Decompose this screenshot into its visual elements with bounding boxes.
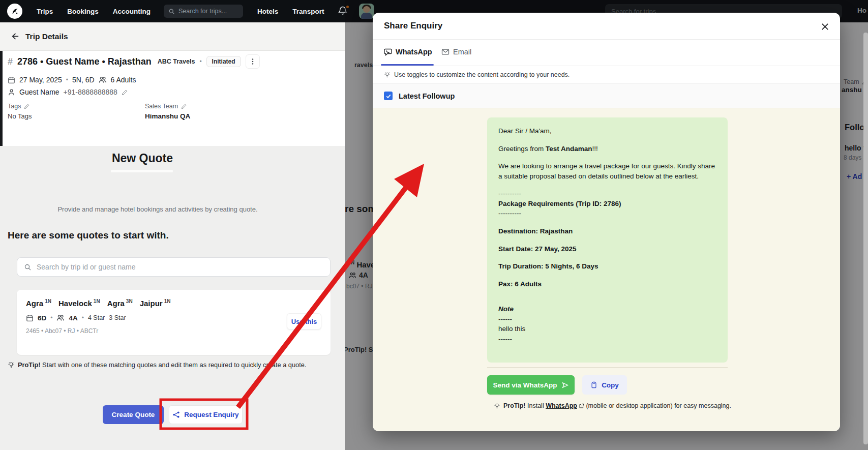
drawer-protip: ProTip! Start with one of these matching… xyxy=(8,361,306,369)
arrow-left-icon xyxy=(10,32,20,41)
tags-value: No Tags xyxy=(8,112,32,120)
search-icon xyxy=(168,8,175,15)
message-line: Dear Sir / Ma'am, xyxy=(498,126,716,136)
screen: ravels • re som N Have 4A bc07 • RJ ProT… xyxy=(0,0,868,450)
protip-pre: Install xyxy=(526,402,546,409)
tab-whatsapp[interactable]: WhatsApp xyxy=(384,48,432,56)
search-icon xyxy=(24,263,32,271)
lightbulb-icon xyxy=(384,72,391,78)
close-icon xyxy=(821,22,829,31)
protip-bold: ProTip! xyxy=(503,402,526,409)
modal-title: Share Enquiry xyxy=(384,21,442,31)
trip-hash: # xyxy=(8,56,13,67)
trip-menu-button[interactable] xyxy=(246,54,260,69)
separator-dot: • xyxy=(66,76,68,83)
trip-title: 2786 • Guest Name • Rajasthan xyxy=(17,56,152,67)
nav-link-accounting[interactable]: Accounting xyxy=(113,8,151,15)
tab-email[interactable]: Email xyxy=(441,48,471,56)
whatsapp-icon xyxy=(384,48,392,56)
trip-duration: 5N, 6D xyxy=(72,76,95,84)
whatsapp-install-link[interactable]: WhatsApp xyxy=(546,402,584,409)
new-quote-caption: Provide and manage hotel bookings and ac… xyxy=(0,205,315,213)
use-this-button[interactable]: Use this xyxy=(287,313,321,329)
guest-row: Guest Name +91-8888888888 xyxy=(8,88,128,96)
trip-pax: 6 Adults xyxy=(111,76,136,84)
pencil-icon[interactable] xyxy=(122,89,128,96)
nav-link-bookings[interactable]: Bookings xyxy=(67,8,99,15)
message-line: ------ xyxy=(498,314,716,324)
protip-bold: ProTip! xyxy=(18,361,41,369)
app-logo[interactable] xyxy=(7,4,22,19)
guest-phone: +91-8888888888 xyxy=(64,88,117,96)
modal-tabs: WhatsApp Email xyxy=(373,40,840,66)
sales-team-block: Sales Team Himanshu QA xyxy=(145,103,190,120)
lightbulb-icon xyxy=(494,403,500,409)
message-line: Pax: 6 Adults xyxy=(498,279,716,289)
email-icon xyxy=(441,48,450,56)
nav-link-trips[interactable]: Trips xyxy=(37,8,53,15)
protip-rest: (mobile or desktop application) for easy… xyxy=(584,402,731,409)
request-enquiry-button[interactable]: Request Enquiry xyxy=(169,405,243,424)
nav-link-hotels[interactable]: Hotels xyxy=(257,8,278,15)
message-line: Trip Duration: 5 Nights, 6 Days xyxy=(498,261,716,272)
external-link-icon xyxy=(579,403,584,409)
sales-team-label: Sales Team xyxy=(145,103,178,110)
message-line: Start Date: 27 May, 2025 xyxy=(498,244,716,254)
active-tab-indicator xyxy=(381,64,434,66)
pencil-icon[interactable] xyxy=(181,103,187,109)
modal-protip: ProTip! Install WhatsApp (mobile or desk… xyxy=(494,402,731,409)
modal-hint: Use toggles to customize the content acc… xyxy=(373,66,840,84)
message-line: ---------- xyxy=(498,189,716,199)
people-icon xyxy=(99,76,107,84)
destination: Jaipur xyxy=(140,299,163,308)
nav-link-transport[interactable]: Transport xyxy=(292,8,324,15)
quote-footer: 2465 • Abc07 • RJ • ABCTr xyxy=(26,327,321,335)
protip-text: Start with one of these matching quotes … xyxy=(41,361,307,369)
message-line: Greetings from Test Andaman!!! xyxy=(498,144,716,154)
copy-button[interactable]: Copy xyxy=(582,375,627,395)
app-logo-icon xyxy=(9,6,20,17)
clipboard-icon xyxy=(590,381,597,388)
quote-star2: 3 Star xyxy=(109,314,126,321)
message-line: Package Requirements (Trip ID: 2786) xyxy=(498,199,716,209)
message-line: hello this xyxy=(498,324,716,334)
followup-checkbox[interactable] xyxy=(384,92,393,100)
send-icon xyxy=(561,381,569,389)
nav-search[interactable] xyxy=(164,5,243,18)
send-whatsapp-button[interactable]: Send via WhatsApp xyxy=(487,375,575,395)
quote-suggestion-card[interactable]: Agra1NHavelock1NAgra3NJaipur1N 6D • 4A •… xyxy=(17,290,331,355)
back-button[interactable] xyxy=(8,30,21,43)
pencil-icon[interactable] xyxy=(24,103,30,109)
drawer-header: Trip Details xyxy=(0,22,345,51)
quote-search-input[interactable] xyxy=(37,263,311,271)
tags-block: Tags No Tags xyxy=(8,103,32,120)
tags-label: Tags xyxy=(8,103,21,110)
lightbulb-icon xyxy=(8,362,15,369)
sales-team-value: Himanshu QA xyxy=(145,112,190,120)
separator-dot: • xyxy=(82,314,84,321)
quote-destinations: Agra1NHavelock1NAgra3NJaipur1N xyxy=(26,298,321,308)
trip-date: 27 May, 2025 xyxy=(19,76,62,84)
message-line: We are looking to arrange a travel packa… xyxy=(498,161,716,181)
followup-toggle-row: Latest Followup xyxy=(373,84,840,108)
page-scrollbar[interactable] xyxy=(863,33,868,444)
trip-details-drawer: Trip Details # 2786 • Guest Name • Rajas… xyxy=(0,22,345,450)
trip-status-badge: Initiated xyxy=(206,56,241,67)
create-quote-button[interactable]: Create Quote xyxy=(103,405,164,424)
quote-search[interactable] xyxy=(17,257,331,277)
calendar-icon xyxy=(26,314,34,322)
new-quote-underline xyxy=(111,170,173,172)
person-icon xyxy=(8,88,15,96)
trip-meta-row: 27 May, 2025 • 5N, 6D 6 Adults xyxy=(8,76,136,84)
guest-name: Guest Name xyxy=(19,88,59,96)
destination: Agra xyxy=(26,299,43,308)
trip-agency: ABC Travels xyxy=(158,58,195,65)
followup-label: Latest Followup xyxy=(399,92,455,100)
message-line: Destination: Rajasthan xyxy=(498,226,716,236)
quote-days: 6D xyxy=(38,314,46,322)
close-button[interactable] xyxy=(818,19,832,34)
separator-dot: • xyxy=(50,314,52,321)
trip-title-row: # 2786 • Guest Name • Rajasthan ABC Trav… xyxy=(8,54,260,69)
nav-search-input[interactable] xyxy=(178,8,234,15)
whatsapp-message-preview: Dear Sir / Ma'am,Greetings from Test And… xyxy=(487,117,728,363)
